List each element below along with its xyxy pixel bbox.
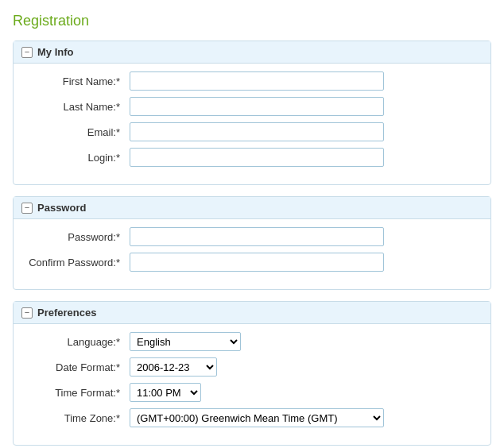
time-format-select[interactable]: 11:00 PM 23:00	[130, 383, 201, 402]
password-header: − Password	[14, 197, 490, 219]
timezone-label: Time Zone:*	[26, 412, 130, 424]
email-input[interactable]	[130, 122, 384, 141]
my-info-section: − My Info First Name:* Last Name:* Email…	[13, 41, 491, 185]
preferences-title: Preferences	[37, 307, 96, 319]
preferences-section: − Preferences Language:* English Spanish…	[13, 301, 491, 446]
first-name-label: First Name:*	[26, 75, 130, 87]
password-section: − Password Password:* Confirm Password:*	[13, 196, 491, 290]
first-name-row: First Name:*	[26, 71, 478, 91]
timezone-field: (GMT+00:00) Greenwich Mean Time (GMT) (G…	[130, 408, 478, 427]
confirm-password-row: Confirm Password:*	[26, 253, 478, 272]
login-input[interactable]	[130, 148, 384, 167]
password-title: Password	[37, 202, 86, 214]
confirm-password-input[interactable]	[130, 253, 384, 272]
date-format-select[interactable]: 2006-12-23 12/23/2006 23/12/2006	[130, 357, 217, 377]
my-info-collapse-icon[interactable]: −	[21, 47, 33, 58]
email-field	[130, 122, 478, 141]
timezone-row: Time Zone:* (GMT+00:00) Greenwich Mean T…	[26, 408, 478, 427]
preferences-body: Language:* English Spanish French German…	[14, 324, 490, 445]
date-format-field: 2006-12-23 12/23/2006 23/12/2006	[130, 357, 478, 377]
confirm-password-field	[130, 253, 478, 272]
my-info-body: First Name:* Last Name:* Email:* Login:*	[14, 64, 490, 184]
my-info-header: − My Info	[14, 41, 490, 64]
email-row: Email:*	[26, 122, 478, 141]
first-name-field	[130, 71, 478, 91]
password-field	[130, 227, 478, 246]
time-format-row: Time Format:* 11:00 PM 23:00	[26, 383, 478, 402]
first-name-input[interactable]	[130, 71, 384, 91]
page-title: Registration	[13, 13, 491, 29]
my-info-title: My Info	[37, 46, 74, 58]
password-input[interactable]	[130, 227, 384, 246]
last-name-label: Last Name:*	[26, 101, 130, 113]
date-format-row: Date Format:* 2006-12-23 12/23/2006 23/1…	[26, 357, 478, 377]
timezone-select[interactable]: (GMT+00:00) Greenwich Mean Time (GMT) (G…	[130, 408, 384, 427]
email-label: Email:*	[26, 126, 130, 138]
login-label: Login:*	[26, 152, 130, 164]
last-name-row: Last Name:*	[26, 97, 478, 116]
confirm-password-label: Confirm Password:*	[26, 257, 130, 268]
date-format-label: Date Format:*	[26, 361, 130, 373]
password-collapse-icon[interactable]: −	[21, 203, 33, 214]
time-format-label: Time Format:*	[26, 387, 130, 399]
last-name-input[interactable]	[130, 97, 384, 116]
last-name-field	[130, 97, 478, 116]
language-select[interactable]: English Spanish French German	[130, 332, 241, 351]
login-field	[130, 148, 478, 167]
password-row: Password:*	[26, 227, 478, 246]
preferences-collapse-icon[interactable]: −	[21, 307, 33, 319]
login-row: Login:*	[26, 148, 478, 167]
time-format-field: 11:00 PM 23:00	[130, 383, 478, 402]
password-body: Password:* Confirm Password:*	[14, 219, 490, 289]
preferences-header: − Preferences	[14, 302, 490, 324]
password-label: Password:*	[26, 231, 130, 243]
language-row: Language:* English Spanish French German	[26, 332, 478, 351]
language-label: Language:*	[26, 336, 130, 348]
language-field: English Spanish French German	[130, 332, 478, 351]
